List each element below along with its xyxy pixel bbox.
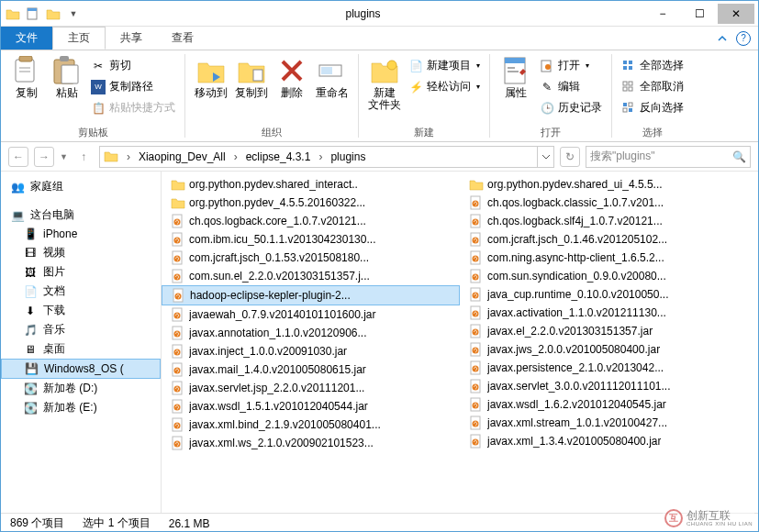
open-button[interactable]: 打开▾ xyxy=(536,56,606,75)
minimize-button[interactable]: − xyxy=(644,4,681,24)
file-item[interactable]: org.python.pydev.shared_ui_4.5.5... xyxy=(460,175,758,194)
svg-point-84 xyxy=(473,439,479,446)
jar-icon xyxy=(469,397,484,412)
sidebar-item-iphone[interactable]: 📱iPhone xyxy=(1,225,161,243)
file-item[interactable]: javax.xml.bind_2.1.9.v201005080401... xyxy=(162,416,460,434)
copy-button[interactable]: 复制 xyxy=(6,52,47,99)
move-to-button[interactable]: 移动到 xyxy=(191,52,231,99)
file-item[interactable]: com.ibm.icu_50.1.1.v201304230130... xyxy=(162,230,460,249)
file-item[interactable]: javax.inject_1.0.0.v20091030.jar xyxy=(162,342,460,360)
sidebar-item-drive-e[interactable]: 💽新加卷 (E:) xyxy=(1,398,161,417)
easy-access-button[interactable]: ⚡轻松访问▾ xyxy=(405,77,484,96)
forward-button[interactable]: → xyxy=(34,147,54,167)
file-item[interactable]: ch.qos.logback.core_1.0.7.v20121... xyxy=(162,212,460,230)
file-item[interactable]: javax.activation_1.1.0.v201211130... xyxy=(460,304,758,322)
svg-point-38 xyxy=(174,274,181,281)
rename-button[interactable]: 重命名 xyxy=(312,52,352,99)
close-button[interactable]: ✕ xyxy=(718,4,754,24)
file-item[interactable]: com.ning.async-http-client_1.6.5.2... xyxy=(460,249,758,267)
copy-path-button[interactable]: W复制路径 xyxy=(87,77,179,96)
sidebar-item-documents[interactable]: 📄文档 xyxy=(1,282,161,301)
chevron-right-icon[interactable]: › xyxy=(231,150,240,163)
file-name: javax.wsdl_1.5.1.v201012040544.jar xyxy=(189,400,368,413)
open-icon xyxy=(540,59,554,73)
ribbon: 复制 粘贴 ✂剪切 W复制路径 📋粘贴快捷方式 剪贴板 移动到 复制到 xyxy=(1,50,758,142)
tab-home[interactable]: 主页 xyxy=(52,27,106,50)
breadcrumb-item[interactable]: eclipse_4.3.1 xyxy=(240,147,317,167)
search-box[interactable]: 搜索"plugins" 🔍 xyxy=(586,146,751,168)
select-all-button[interactable]: 全部选择 xyxy=(618,56,687,75)
breadcrumb-bar[interactable]: › Xiaoping_Dev_All › eclipse_4.3.1 › plu… xyxy=(99,146,554,168)
cut-button[interactable]: ✂剪切 xyxy=(87,56,179,75)
sidebar-item-desktop[interactable]: 🖥桌面 xyxy=(1,339,161,359)
paste-button[interactable]: 粘贴 xyxy=(47,52,87,99)
file-item[interactable]: hadoop-eclipse-kepler-plugin-2... xyxy=(162,285,460,305)
svg-rect-7 xyxy=(61,65,78,83)
sidebar-item-homegroup[interactable]: 👥家庭组 xyxy=(1,177,161,196)
svg-rect-16 xyxy=(508,71,519,72)
file-item[interactable]: javaewah_0.7.9.v20140101101600.jar xyxy=(162,305,460,324)
delete-button[interactable]: 删除 xyxy=(272,52,312,99)
breadcrumb-dropdown-icon[interactable] xyxy=(537,147,553,167)
select-none-icon xyxy=(621,80,636,94)
file-item[interactable]: com.jcraft.jsch_0.1.53.v201508180... xyxy=(162,249,460,267)
file-item[interactable]: javax.xml.stream_1.0.1.v20100427... xyxy=(460,414,758,432)
file-item[interactable]: javax.annotation_1.1.0.v20120906... xyxy=(162,324,460,342)
file-item[interactable]: javax.xml_1.3.4.v201005080400.jar xyxy=(460,432,758,450)
qat-newfolder-icon[interactable] xyxy=(45,6,61,22)
sidebar-item-videos[interactable]: 🎞视频 xyxy=(1,243,161,262)
file-item[interactable]: com.sun.syndication_0.9.0.v20080... xyxy=(460,267,758,285)
chevron-right-icon[interactable]: › xyxy=(316,150,325,163)
sidebar-item-os-drive[interactable]: 💾Windows8_OS ( xyxy=(1,359,161,379)
file-item[interactable]: org.python.pydev_4.5.5.20160322... xyxy=(162,194,460,212)
edit-button[interactable]: ✎编辑 xyxy=(536,77,606,96)
new-folder-button[interactable]: 新建 文件夹 xyxy=(364,52,405,111)
file-item[interactable]: javax.jws_2.0.0.v201005080400.jar xyxy=(460,340,758,359)
file-item[interactable]: com.sun.el_2.2.0.v201303151357.j... xyxy=(162,267,460,285)
file-item[interactable]: javax.mail_1.4.0.v201005080615.jar xyxy=(162,360,460,379)
watermark-logo-icon: 互 xyxy=(664,509,683,527)
properties-button[interactable]: 属性 xyxy=(496,52,536,99)
file-item[interactable]: javax.wsdl_1.5.1.v201012040544.jar xyxy=(162,397,460,416)
file-item[interactable]: javax.el_2.2.0.v201303151357.jar xyxy=(460,322,758,340)
breadcrumb-item[interactable]: plugins xyxy=(325,147,371,167)
file-item[interactable]: javax.xml.ws_2.1.0.v200902101523... xyxy=(162,434,460,452)
copy-to-button[interactable]: 复制到 xyxy=(231,52,272,99)
select-none-button[interactable]: 全部取消 xyxy=(618,77,687,96)
sidebar-item-music[interactable]: 🎵音乐 xyxy=(1,320,161,339)
sidebar-item-thispc[interactable]: 💻这台电脑 xyxy=(1,205,161,225)
breadcrumb-item[interactable]: Xiaoping_Dev_All xyxy=(133,147,231,167)
help-icon[interactable]: ? xyxy=(736,31,751,46)
jar-icon xyxy=(469,360,484,375)
sidebar-item-pictures[interactable]: 🖼图片 xyxy=(1,262,161,282)
file-item[interactable]: javax.servlet.jsp_2.2.0.v20111201... xyxy=(162,379,460,397)
jar-icon xyxy=(171,344,185,359)
tab-share[interactable]: 共享 xyxy=(106,27,157,50)
history-button[interactable]: 🕒历史记录 xyxy=(536,98,606,117)
qat-props-icon[interactable] xyxy=(25,6,41,22)
file-item[interactable]: ch.qos.logback.classic_1.0.7.v201... xyxy=(460,194,758,212)
file-name: ch.qos.logback.slf4j_1.0.7.v20121... xyxy=(487,215,663,227)
maximize-button[interactable]: ☐ xyxy=(681,4,718,24)
file-item[interactable]: java_cup.runtime_0.10.0.v2010050... xyxy=(460,285,758,304)
file-item[interactable]: javax.wsdl_1.6.2.v201012040545.jar xyxy=(460,395,758,414)
chevron-right-icon[interactable]: › xyxy=(124,150,133,163)
sidebar-item-downloads[interactable]: ⬇下载 xyxy=(1,301,161,320)
tab-view[interactable]: 查看 xyxy=(157,27,208,50)
refresh-button[interactable]: ↻ xyxy=(560,147,580,167)
file-item[interactable]: com.jcraft.jsch_0.1.46.v201205102... xyxy=(460,230,758,249)
drive-icon: 💽 xyxy=(23,401,38,416)
new-item-button[interactable]: 📄新建项目▾ xyxy=(405,56,484,75)
collapse-ribbon-icon[interactable] xyxy=(716,32,729,45)
file-item[interactable]: org.python.pydev.shared_interact.. xyxy=(162,175,460,194)
file-item[interactable]: javax.persistence_2.1.0.v2013042... xyxy=(460,359,758,377)
sidebar-item-drive-d[interactable]: 💽新加卷 (D:) xyxy=(1,379,161,398)
file-item[interactable]: javax.servlet_3.0.0.v201112011101... xyxy=(460,377,758,395)
tab-file[interactable]: 文件 xyxy=(1,27,52,50)
recent-dropdown-icon[interactable]: ▼ xyxy=(60,152,68,161)
back-button[interactable]: ← xyxy=(8,147,28,167)
invert-selection-button[interactable]: 反向选择 xyxy=(618,98,687,117)
qat-dropdown-icon[interactable]: ▼ xyxy=(65,6,82,22)
up-button[interactable]: ↑ xyxy=(73,147,94,167)
file-item[interactable]: ch.qos.logback.slf4j_1.0.7.v20121... xyxy=(460,212,758,230)
